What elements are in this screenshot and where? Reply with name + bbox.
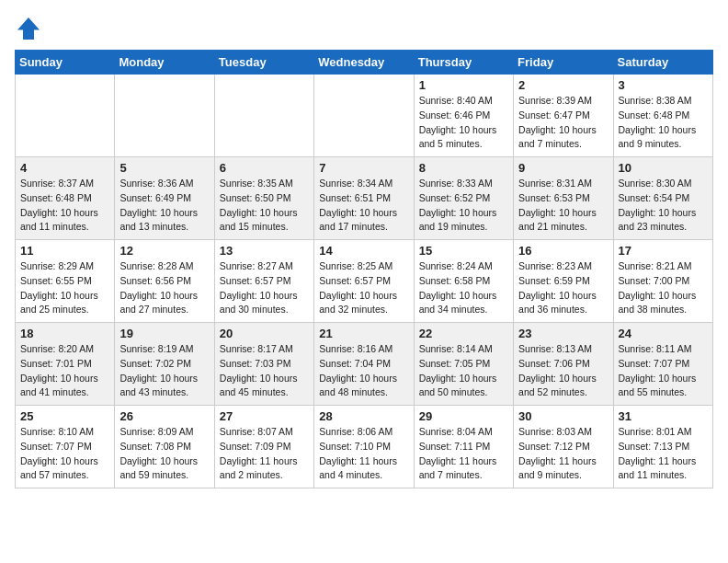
calendar-table: SundayMondayTuesdayWednesdayThursdayFrid… — [15, 50, 713, 488]
day-number: 18 — [20, 327, 109, 340]
day-number: 13 — [220, 244, 309, 258]
calendar-cell: 15Sunrise: 8:24 AM Sunset: 6:58 PM Dayli… — [414, 240, 513, 323]
day-info: Sunrise: 8:34 AM Sunset: 6:51 PM Dayligh… — [319, 177, 408, 235]
day-number: 4 — [20, 161, 109, 175]
weekday-header-monday: Monday — [115, 51, 214, 75]
calendar-cell: 2Sunrise: 8:39 AM Sunset: 6:47 PM Daylig… — [514, 75, 613, 157]
calendar-body: 1Sunrise: 8:40 AM Sunset: 6:46 PM Daylig… — [16, 75, 713, 488]
weekday-header-friday: Friday — [514, 51, 613, 75]
weekday-header-tuesday: Tuesday — [214, 51, 313, 75]
day-info: Sunrise: 8:30 AM Sunset: 6:54 PM Dayligh… — [619, 177, 708, 235]
calendar-cell: 19Sunrise: 8:19 AM Sunset: 7:02 PM Dayli… — [115, 323, 214, 406]
day-number: 30 — [518, 409, 608, 423]
day-info: Sunrise: 8:35 AM Sunset: 6:50 PM Dayligh… — [220, 177, 309, 235]
calendar-header: SundayMondayTuesdayWednesdayThursdayFrid… — [16, 51, 713, 75]
calendar-cell: 14Sunrise: 8:25 AM Sunset: 6:57 PM Dayli… — [314, 240, 414, 323]
calendar-week-3: 18Sunrise: 8:20 AM Sunset: 7:01 PM Dayli… — [16, 323, 713, 406]
calendar-cell: 4Sunrise: 8:37 AM Sunset: 6:48 PM Daylig… — [16, 157, 115, 240]
weekday-header-saturday: Saturday — [613, 51, 712, 75]
calendar-cell: 12Sunrise: 8:28 AM Sunset: 6:56 PM Dayli… — [115, 240, 214, 323]
day-number: 1 — [419, 78, 508, 92]
weekday-header-sunday: Sunday — [16, 51, 115, 75]
page-header — [15, 15, 713, 42]
calendar-cell: 18Sunrise: 8:20 AM Sunset: 7:01 PM Dayli… — [16, 323, 115, 406]
calendar-cell: 27Sunrise: 8:07 AM Sunset: 7:09 PM Dayli… — [214, 406, 313, 488]
calendar-week-2: 11Sunrise: 8:29 AM Sunset: 6:55 PM Dayli… — [16, 240, 713, 323]
day-number: 25 — [20, 409, 109, 423]
day-number: 21 — [319, 327, 408, 340]
calendar-cell: 8Sunrise: 8:33 AM Sunset: 6:52 PM Daylig… — [414, 157, 513, 240]
calendar-cell: 16Sunrise: 8:23 AM Sunset: 6:59 PM Dayli… — [514, 240, 613, 323]
calendar-cell: 29Sunrise: 8:04 AM Sunset: 7:11 PM Dayli… — [414, 406, 513, 488]
day-info: Sunrise: 8:01 AM Sunset: 7:13 PM Dayligh… — [619, 425, 708, 483]
day-info: Sunrise: 8:16 AM Sunset: 7:04 PM Dayligh… — [319, 342, 408, 400]
logo — [15, 15, 46, 42]
calendar-cell: 26Sunrise: 8:09 AM Sunset: 7:08 PM Dayli… — [115, 406, 214, 488]
day-info: Sunrise: 8:10 AM Sunset: 7:07 PM Dayligh… — [20, 425, 109, 483]
day-number: 3 — [619, 78, 708, 92]
day-number: 24 — [619, 327, 708, 340]
day-info: Sunrise: 8:25 AM Sunset: 6:57 PM Dayligh… — [319, 259, 408, 317]
day-info: Sunrise: 8:29 AM Sunset: 6:55 PM Dayligh… — [20, 259, 109, 317]
calendar-week-4: 25Sunrise: 8:10 AM Sunset: 7:07 PM Dayli… — [16, 406, 713, 488]
day-number: 7 — [319, 161, 408, 175]
calendar-cell: 7Sunrise: 8:34 AM Sunset: 6:51 PM Daylig… — [314, 157, 414, 240]
day-info: Sunrise: 8:36 AM Sunset: 6:49 PM Dayligh… — [119, 177, 209, 235]
calendar-cell: 23Sunrise: 8:13 AM Sunset: 7:06 PM Dayli… — [514, 323, 613, 406]
calendar-cell: 3Sunrise: 8:38 AM Sunset: 6:48 PM Daylig… — [613, 75, 712, 157]
day-info: Sunrise: 8:21 AM Sunset: 7:00 PM Dayligh… — [619, 259, 708, 317]
calendar-cell: 22Sunrise: 8:14 AM Sunset: 7:05 PM Dayli… — [414, 323, 513, 406]
day-number: 31 — [619, 409, 708, 423]
day-info: Sunrise: 8:33 AM Sunset: 6:52 PM Dayligh… — [419, 177, 508, 235]
weekday-row: SundayMondayTuesdayWednesdayThursdayFrid… — [16, 51, 713, 75]
day-info: Sunrise: 8:19 AM Sunset: 7:02 PM Dayligh… — [119, 342, 209, 400]
day-info: Sunrise: 8:31 AM Sunset: 6:53 PM Dayligh… — [518, 177, 608, 235]
calendar-cell — [115, 75, 214, 157]
day-number: 12 — [119, 244, 209, 258]
day-number: 28 — [319, 409, 408, 423]
day-number: 10 — [619, 161, 708, 175]
day-number: 11 — [20, 244, 109, 258]
weekday-header-wednesday: Wednesday — [314, 51, 414, 75]
calendar-cell — [16, 75, 115, 157]
calendar-cell: 30Sunrise: 8:03 AM Sunset: 7:12 PM Dayli… — [514, 406, 613, 488]
calendar-cell: 31Sunrise: 8:01 AM Sunset: 7:13 PM Dayli… — [613, 406, 712, 488]
calendar-cell: 1Sunrise: 8:40 AM Sunset: 6:46 PM Daylig… — [414, 75, 513, 157]
calendar-cell: 21Sunrise: 8:16 AM Sunset: 7:04 PM Dayli… — [314, 323, 414, 406]
calendar-cell: 17Sunrise: 8:21 AM Sunset: 7:00 PM Dayli… — [613, 240, 712, 323]
day-info: Sunrise: 8:03 AM Sunset: 7:12 PM Dayligh… — [518, 425, 608, 483]
day-number: 20 — [220, 327, 309, 340]
day-number: 14 — [319, 244, 408, 258]
calendar-cell: 25Sunrise: 8:10 AM Sunset: 7:07 PM Dayli… — [16, 406, 115, 488]
day-number: 5 — [119, 161, 209, 175]
calendar-cell: 24Sunrise: 8:11 AM Sunset: 7:07 PM Dayli… — [613, 323, 712, 406]
day-number: 17 — [619, 244, 708, 258]
calendar-week-0: 1Sunrise: 8:40 AM Sunset: 6:46 PM Daylig… — [16, 75, 713, 157]
day-number: 9 — [518, 161, 608, 175]
day-info: Sunrise: 8:07 AM Sunset: 7:09 PM Dayligh… — [220, 425, 309, 483]
calendar-cell: 11Sunrise: 8:29 AM Sunset: 6:55 PM Dayli… — [16, 240, 115, 323]
day-number: 29 — [419, 409, 508, 423]
calendar-cell: 10Sunrise: 8:30 AM Sunset: 6:54 PM Dayli… — [613, 157, 712, 240]
day-info: Sunrise: 8:11 AM Sunset: 7:07 PM Dayligh… — [619, 342, 708, 400]
day-info: Sunrise: 8:40 AM Sunset: 6:46 PM Dayligh… — [419, 94, 508, 152]
day-info: Sunrise: 8:24 AM Sunset: 6:58 PM Dayligh… — [419, 259, 508, 317]
calendar-cell — [314, 75, 414, 157]
day-info: Sunrise: 8:09 AM Sunset: 7:08 PM Dayligh… — [119, 425, 209, 483]
calendar-cell: 20Sunrise: 8:17 AM Sunset: 7:03 PM Dayli… — [214, 323, 313, 406]
day-number: 2 — [518, 78, 608, 92]
calendar-cell: 5Sunrise: 8:36 AM Sunset: 6:49 PM Daylig… — [115, 157, 214, 240]
day-number: 6 — [220, 161, 309, 175]
calendar-cell: 9Sunrise: 8:31 AM Sunset: 6:53 PM Daylig… — [514, 157, 613, 240]
day-number: 26 — [119, 409, 209, 423]
calendar-week-1: 4Sunrise: 8:37 AM Sunset: 6:48 PM Daylig… — [16, 157, 713, 240]
day-info: Sunrise: 8:14 AM Sunset: 7:05 PM Dayligh… — [419, 342, 508, 400]
day-number: 15 — [419, 244, 508, 258]
day-info: Sunrise: 8:38 AM Sunset: 6:48 PM Dayligh… — [619, 94, 708, 152]
calendar-cell: 6Sunrise: 8:35 AM Sunset: 6:50 PM Daylig… — [214, 157, 313, 240]
day-info: Sunrise: 8:37 AM Sunset: 6:48 PM Dayligh… — [20, 177, 109, 235]
day-number: 27 — [220, 409, 309, 423]
calendar-cell — [214, 75, 313, 157]
day-info: Sunrise: 8:27 AM Sunset: 6:57 PM Dayligh… — [220, 259, 309, 317]
calendar-cell: 13Sunrise: 8:27 AM Sunset: 6:57 PM Dayli… — [214, 240, 313, 323]
